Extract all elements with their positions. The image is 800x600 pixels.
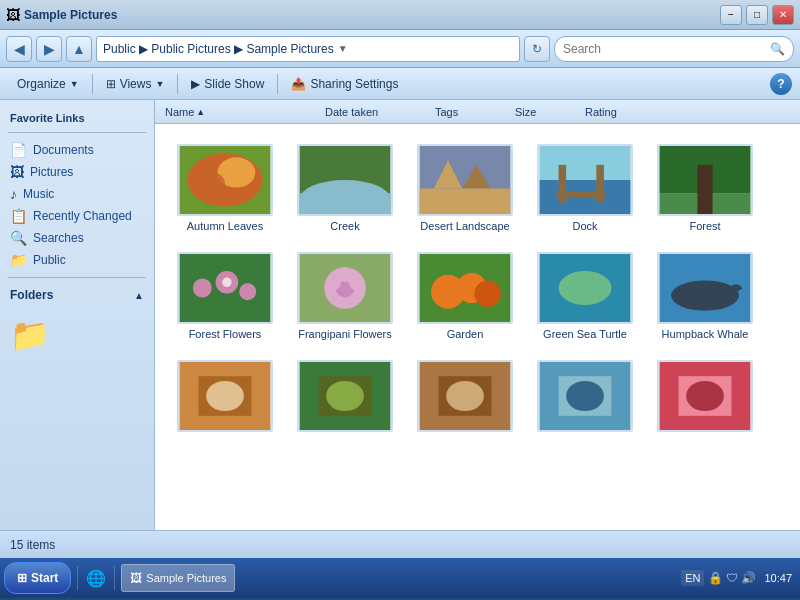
views-label: Views (120, 77, 152, 91)
taskbar-window-label: Sample Pictures (146, 572, 226, 584)
address-dropdown-icon[interactable]: ▼ (338, 43, 348, 54)
network-icon: 🔒 (708, 571, 723, 585)
security-icon: 🛡 (726, 571, 738, 585)
col-header-size[interactable]: Size (515, 106, 585, 118)
item-count: 15 items (10, 538, 55, 552)
file-thumb-item14 (537, 360, 633, 432)
file-thumb-frangipani-flowers (297, 252, 393, 324)
sidebar-icon-recently-changed: 📋 (10, 208, 27, 224)
views-dropdown-icon: ▼ (155, 79, 164, 89)
col-header-tags[interactable]: Tags (435, 106, 515, 118)
organize-label: Organize (17, 77, 66, 91)
svg-point-21 (193, 279, 212, 298)
language-indicator: EN (681, 570, 704, 586)
col-header-date-taken[interactable]: Date taken (325, 106, 435, 118)
col-header-name[interactable]: Name ▲ (165, 106, 325, 118)
folder-icon-area: 📁 (0, 306, 154, 364)
svg-rect-15 (557, 191, 606, 197)
svg-point-34 (474, 280, 500, 306)
sidebar-item-pictures[interactable]: 🖼Pictures (0, 161, 154, 183)
folders-section[interactable]: Folders ▲ (0, 284, 154, 306)
forward-button[interactable]: ▶ (36, 36, 62, 62)
col-header-rating[interactable]: Rating (585, 106, 665, 118)
file-item-desert-landscape[interactable]: Desert Landscape (415, 144, 515, 232)
search-icon: 🔍 (770, 42, 785, 56)
refresh-button[interactable]: ↻ (524, 36, 550, 62)
tray-icons: 🔒 🛡 🔊 (708, 571, 756, 585)
file-item-frangipani-flowers[interactable]: Frangipani Flowers (295, 252, 395, 340)
svg-point-3 (191, 171, 225, 197)
file-name-forest: Forest (689, 220, 720, 232)
maximize-button[interactable]: □ (746, 5, 768, 25)
start-label: Start (31, 571, 58, 585)
toolbar: Organize ▼ ⊞ Views ▼ ▶ Slide Show 📤 Shar… (0, 68, 800, 100)
close-button[interactable]: ✕ (772, 5, 794, 25)
svg-point-23 (239, 283, 256, 300)
files-scroll[interactable]: Autumn LeavesCreekDesert LandscapeDockFo… (155, 124, 800, 530)
svg-point-30 (326, 275, 341, 290)
svg-point-45 (326, 381, 364, 411)
file-item-forest-flowers[interactable]: Forest Flowers (175, 252, 275, 340)
svg-point-24 (222, 278, 231, 287)
up-button[interactable]: ▲ (66, 36, 92, 62)
file-item-item11[interactable] (175, 360, 275, 436)
file-item-dock[interactable]: Dock (535, 144, 635, 232)
sidebar-item-recently-changed[interactable]: 📋Recently Changed (0, 205, 154, 227)
file-item-item15[interactable] (655, 360, 755, 436)
file-item-humpback-whale[interactable]: Humpback Whale (655, 252, 755, 340)
file-thumb-green-sea-turtle (537, 252, 633, 324)
organize-dropdown-icon: ▼ (70, 79, 79, 89)
sharing-button[interactable]: 📤 Sharing Settings (282, 71, 407, 97)
file-thumb-desert-landscape (417, 144, 513, 216)
address-bar[interactable]: Public ▶ Public Pictures ▶ Sample Pictur… (96, 36, 520, 62)
search-input[interactable] (563, 42, 766, 56)
sidebar-divider-top (8, 132, 146, 133)
title-bar: 🖼 Sample Pictures − □ ✕ (0, 0, 800, 30)
slideshow-icon: ▶ (191, 77, 200, 91)
sidebar-divider-bottom (8, 277, 146, 278)
sidebar-icon-music: ♪ (10, 186, 17, 202)
sidebar-label-recently-changed: Recently Changed (33, 209, 132, 223)
file-name-desert-landscape: Desert Landscape (420, 220, 509, 232)
back-button[interactable]: ◀ (6, 36, 32, 62)
taskbar-separator-2 (114, 566, 115, 590)
file-item-garden[interactable]: Garden (415, 252, 515, 340)
file-item-autumn-leaves[interactable]: Autumn Leaves (175, 144, 275, 232)
back-icon: ◀ (14, 41, 25, 57)
sidebar-item-searches[interactable]: 🔍Searches (0, 227, 154, 249)
views-button[interactable]: ⊞ Views ▼ (97, 71, 174, 97)
taskbar-window-button[interactable]: 🖼 Sample Pictures (121, 564, 235, 592)
svg-rect-10 (420, 189, 511, 215)
file-name-green-sea-turtle: Green Sea Turtle (543, 328, 627, 340)
sidebar-item-music[interactable]: ♪Music (0, 183, 154, 205)
folders-label: Folders (10, 288, 53, 302)
sidebar-item-documents[interactable]: 📄Documents (0, 139, 154, 161)
windows-icon: ⊞ (17, 571, 27, 585)
toolbar-separator-1 (92, 74, 93, 94)
file-item-green-sea-turtle[interactable]: Green Sea Turtle (535, 252, 635, 340)
start-button[interactable]: ⊞ Start (4, 562, 71, 594)
system-tray: EN 🔒 🛡 🔊 10:47 (681, 570, 796, 586)
main-area: Favorite Links 📄Documents🖼Pictures♪Music… (0, 100, 800, 530)
search-bar[interactable]: 🔍 (554, 36, 794, 62)
file-thumb-autumn-leaves (177, 144, 273, 216)
file-item-forest[interactable]: Forest (655, 144, 755, 232)
file-item-item13[interactable] (415, 360, 515, 436)
slideshow-button[interactable]: ▶ Slide Show (182, 71, 273, 97)
file-area: Name ▲ Date taken Tags Size Rating Autum… (155, 100, 800, 530)
file-item-item12[interactable] (295, 360, 395, 436)
minimize-button[interactable]: − (720, 5, 742, 25)
sidebar-item-public[interactable]: 📁Public (0, 249, 154, 271)
ie-icon[interactable]: 🌐 (84, 566, 108, 590)
views-icon: ⊞ (106, 77, 116, 91)
file-item-item14[interactable] (535, 360, 635, 436)
file-name-forest-flowers: Forest Flowers (189, 328, 262, 340)
refresh-icon: ↻ (532, 42, 542, 56)
file-item-creek[interactable]: Creek (295, 144, 395, 232)
file-thumb-garden (417, 252, 513, 324)
file-name-dock: Dock (572, 220, 597, 232)
file-thumb-creek (297, 144, 393, 216)
help-button[interactable]: ? (770, 73, 792, 95)
organize-button[interactable]: Organize ▼ (8, 71, 88, 97)
folder-icon: 📁 (10, 316, 50, 354)
